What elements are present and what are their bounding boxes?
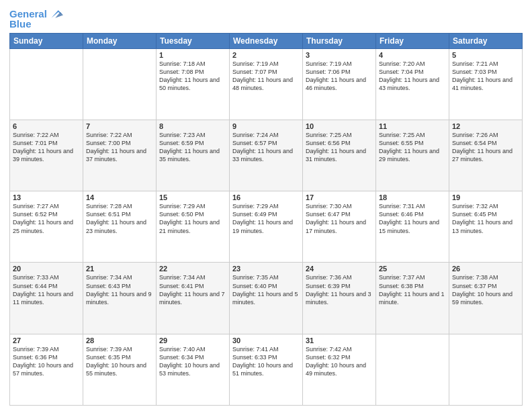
day-info: Sunrise: 7:26 AM Sunset: 6:54 PM Dayligh…: [452, 131, 519, 164]
calendar-cell: 4Sunrise: 7:20 AM Sunset: 7:04 PM Daylig…: [376, 48, 449, 120]
day-info: Sunrise: 7:38 AM Sunset: 6:37 PM Dayligh…: [452, 273, 519, 306]
day-info: Sunrise: 7:29 AM Sunset: 6:50 PM Dayligh…: [159, 202, 226, 235]
day-number: 14: [86, 193, 153, 201]
day-info: Sunrise: 7:27 AM Sunset: 6:52 PM Dayligh…: [13, 202, 80, 235]
day-info: Sunrise: 7:39 AM Sunset: 6:36 PM Dayligh…: [13, 345, 80, 378]
day-number: 12: [452, 122, 519, 130]
day-number: 23: [232, 265, 300, 273]
page: General Blue Sunday Monday Tuesday We: [0, 0, 532, 411]
calendar-cell: [449, 334, 523, 405]
calendar-week-1: 1Sunrise: 7:18 AM Sunset: 7:08 PM Daylig…: [10, 48, 523, 120]
day-number: 2: [232, 51, 300, 59]
day-number: 18: [379, 193, 446, 201]
calendar-cell: 7Sunrise: 7:22 AM Sunset: 7:00 PM Daylig…: [83, 120, 157, 191]
day-info: Sunrise: 7:24 AM Sunset: 6:57 PM Dayligh…: [232, 131, 300, 164]
day-info: Sunrise: 7:32 AM Sunset: 6:45 PM Dayligh…: [452, 202, 519, 235]
day-number: 22: [159, 265, 226, 273]
day-info: Sunrise: 7:34 AM Sunset: 6:43 PM Dayligh…: [86, 273, 153, 306]
calendar-cell: 27Sunrise: 7:39 AM Sunset: 6:36 PM Dayli…: [10, 334, 83, 405]
header: General Blue: [9, 7, 523, 30]
day-info: Sunrise: 7:39 AM Sunset: 6:35 PM Dayligh…: [86, 345, 153, 378]
col-sunday: Sunday: [10, 33, 83, 48]
calendar-week-5: 27Sunrise: 7:39 AM Sunset: 6:36 PM Dayli…: [10, 334, 523, 405]
day-number: 9: [232, 122, 300, 130]
calendar-cell: 13Sunrise: 7:27 AM Sunset: 6:52 PM Dayli…: [10, 191, 83, 263]
calendar-cell: 12Sunrise: 7:26 AM Sunset: 6:54 PM Dayli…: [449, 120, 523, 191]
day-number: 13: [13, 193, 80, 201]
day-number: 25: [379, 265, 446, 273]
calendar-cell: 28Sunrise: 7:39 AM Sunset: 6:35 PM Dayli…: [83, 334, 157, 405]
day-info: Sunrise: 7:22 AM Sunset: 7:00 PM Dayligh…: [86, 131, 153, 164]
day-info: Sunrise: 7:25 AM Sunset: 6:55 PM Dayligh…: [379, 131, 446, 164]
calendar-cell: 20Sunrise: 7:33 AM Sunset: 6:44 PM Dayli…: [10, 263, 83, 334]
day-number: 24: [306, 265, 373, 273]
day-number: 29: [159, 336, 226, 345]
calendar-cell: 15Sunrise: 7:29 AM Sunset: 6:50 PM Dayli…: [157, 191, 230, 263]
calendar-week-3: 13Sunrise: 7:27 AM Sunset: 6:52 PM Dayli…: [10, 191, 523, 263]
calendar-cell: 17Sunrise: 7:30 AM Sunset: 6:47 PM Dayli…: [303, 191, 376, 263]
day-info: Sunrise: 7:35 AM Sunset: 6:40 PM Dayligh…: [232, 273, 300, 306]
calendar-cell: 9Sunrise: 7:24 AM Sunset: 6:57 PM Daylig…: [230, 120, 303, 191]
day-info: Sunrise: 7:41 AM Sunset: 6:33 PM Dayligh…: [232, 345, 300, 378]
day-number: 17: [306, 193, 373, 201]
calendar-cell: 24Sunrise: 7:36 AM Sunset: 6:39 PM Dayli…: [303, 263, 376, 334]
col-tuesday: Tuesday: [157, 33, 230, 48]
calendar-week-4: 20Sunrise: 7:33 AM Sunset: 6:44 PM Dayli…: [10, 263, 523, 334]
day-number: 1: [159, 51, 226, 59]
day-info: Sunrise: 7:22 AM Sunset: 7:01 PM Dayligh…: [13, 131, 80, 164]
day-info: Sunrise: 7:31 AM Sunset: 6:46 PM Dayligh…: [379, 202, 446, 235]
logo-icon: [48, 7, 63, 21]
calendar-cell: 25Sunrise: 7:37 AM Sunset: 6:38 PM Dayli…: [376, 263, 449, 334]
calendar-cell: 31Sunrise: 7:42 AM Sunset: 6:32 PM Dayli…: [303, 334, 376, 405]
calendar-cell: [376, 334, 449, 405]
day-number: 15: [159, 193, 226, 201]
col-friday: Friday: [376, 33, 449, 48]
day-number: 31: [306, 336, 373, 345]
day-number: 26: [452, 265, 519, 273]
logo-text2: Blue: [9, 19, 32, 30]
day-info: Sunrise: 7:34 AM Sunset: 6:41 PM Dayligh…: [159, 273, 226, 306]
calendar-cell: 10Sunrise: 7:25 AM Sunset: 6:56 PM Dayli…: [303, 120, 376, 191]
day-info: Sunrise: 7:19 AM Sunset: 7:07 PM Dayligh…: [232, 60, 300, 93]
calendar-cell: 22Sunrise: 7:34 AM Sunset: 6:41 PM Dayli…: [157, 263, 230, 334]
day-info: Sunrise: 7:28 AM Sunset: 6:51 PM Dayligh…: [86, 202, 153, 235]
day-number: 11: [379, 122, 446, 130]
col-thursday: Thursday: [303, 33, 376, 48]
calendar-cell: 14Sunrise: 7:28 AM Sunset: 6:51 PM Dayli…: [83, 191, 157, 263]
day-number: 3: [306, 51, 373, 59]
calendar-cell: 1Sunrise: 7:18 AM Sunset: 7:08 PM Daylig…: [157, 48, 230, 120]
day-info: Sunrise: 7:25 AM Sunset: 6:56 PM Dayligh…: [306, 131, 373, 164]
col-saturday: Saturday: [449, 33, 523, 48]
day-number: 10: [306, 122, 373, 130]
day-number: 4: [379, 51, 446, 59]
day-number: 20: [13, 265, 80, 273]
calendar-cell: 21Sunrise: 7:34 AM Sunset: 6:43 PM Dayli…: [83, 263, 157, 334]
calendar-cell: 3Sunrise: 7:19 AM Sunset: 7:06 PM Daylig…: [303, 48, 376, 120]
day-number: 27: [13, 336, 80, 345]
calendar-cell: 18Sunrise: 7:31 AM Sunset: 6:46 PM Dayli…: [376, 191, 449, 263]
day-number: 28: [86, 336, 153, 345]
logo: General Blue: [9, 7, 63, 30]
day-number: 8: [159, 122, 226, 130]
col-monday: Monday: [83, 33, 157, 48]
calendar-cell: 30Sunrise: 7:41 AM Sunset: 6:33 PM Dayli…: [230, 334, 303, 405]
calendar-cell: 29Sunrise: 7:40 AM Sunset: 6:34 PM Dayli…: [157, 334, 230, 405]
day-number: 30: [232, 336, 300, 345]
day-info: Sunrise: 7:29 AM Sunset: 6:49 PM Dayligh…: [232, 202, 300, 235]
col-wednesday: Wednesday: [230, 33, 303, 48]
calendar-cell: 19Sunrise: 7:32 AM Sunset: 6:45 PM Dayli…: [449, 191, 523, 263]
calendar-cell: [10, 48, 83, 120]
day-number: 19: [452, 193, 519, 201]
calendar-cell: 8Sunrise: 7:23 AM Sunset: 6:59 PM Daylig…: [157, 120, 230, 191]
day-info: Sunrise: 7:20 AM Sunset: 7:04 PM Dayligh…: [379, 60, 446, 93]
day-info: Sunrise: 7:23 AM Sunset: 6:59 PM Dayligh…: [159, 131, 226, 164]
calendar-cell: 16Sunrise: 7:29 AM Sunset: 6:49 PM Dayli…: [230, 191, 303, 263]
calendar-cell: 11Sunrise: 7:25 AM Sunset: 6:55 PM Dayli…: [376, 120, 449, 191]
day-info: Sunrise: 7:40 AM Sunset: 6:34 PM Dayligh…: [159, 345, 226, 378]
calendar-week-2: 6Sunrise: 7:22 AM Sunset: 7:01 PM Daylig…: [10, 120, 523, 191]
day-info: Sunrise: 7:33 AM Sunset: 6:44 PM Dayligh…: [13, 273, 80, 306]
day-info: Sunrise: 7:42 AM Sunset: 6:32 PM Dayligh…: [306, 345, 373, 378]
day-number: 16: [232, 193, 300, 201]
calendar-cell: 2Sunrise: 7:19 AM Sunset: 7:07 PM Daylig…: [230, 48, 303, 120]
calendar-cell: 26Sunrise: 7:38 AM Sunset: 6:37 PM Dayli…: [449, 263, 523, 334]
